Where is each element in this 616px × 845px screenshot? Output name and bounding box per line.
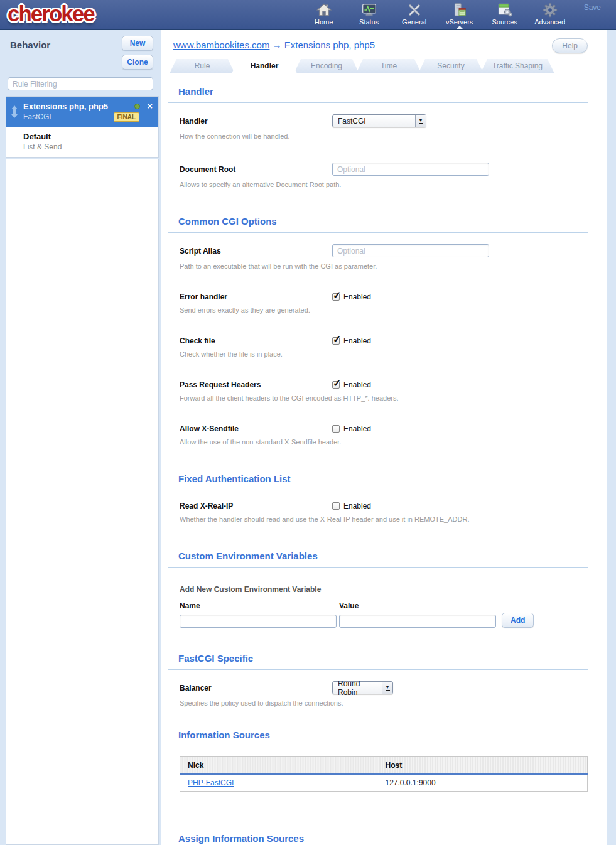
section-divider [168,567,588,568]
nav-item-advanced[interactable]: Advanced [532,1,568,28]
field-document-root: Document Root Allows to specify an alter… [180,163,588,188]
field-label: Error handler [180,293,332,301]
nav-item-general[interactable]: General [396,1,433,28]
checkbox-label: Enabled [343,293,371,301]
save-link[interactable]: Save [584,3,601,12]
section-title-assign-sources: Assign Information Sources [178,833,588,844]
field-help: How the connection will be handled. [180,132,588,140]
check-file-checkbox[interactable] [332,337,340,345]
clone-rule-button[interactable]: Clone [122,55,153,70]
field-error-handler: Error handler Enabled Send errors exactl… [180,293,588,314]
section-title-fixed-auth: Fixed Authentication List [178,473,588,484]
field-script-alias: Script Alias Path to an executable that … [180,244,588,270]
rule-item-default[interactable]: Default List & Send [6,127,158,157]
balancer-select-value: Round Robin [333,682,382,694]
env-value-label: Value [339,601,496,610]
section-title-handler: Handler [178,86,588,97]
env-value-input[interactable] [339,615,496,628]
section-title-common-cgi: Common CGI Options [178,216,588,227]
field-label: Document Root [180,165,332,174]
field-help: Send errors exactly as they are generate… [180,306,588,314]
nav-item-vservers[interactable]: vServers [441,1,478,28]
nav-item-label: Advanced [534,18,565,26]
drag-handle-icon[interactable] [11,105,18,121]
tools-icon [406,1,423,18]
checkbox-label: Enabled [343,336,371,345]
rule-delete-icon[interactable]: × [147,100,153,111]
field-label: Handler [180,117,332,126]
rule-title: Extensions php, php5 [23,102,152,111]
field-help: Whether the handler should read and use … [180,515,588,523]
field-label: Balancer [180,684,332,692]
navbar-separator [576,3,576,21]
status-monitor-icon [361,1,377,18]
field-label: Script Alias [180,247,332,256]
checkbox-label: Enabled [343,424,371,433]
nav-item-label: General [402,18,426,26]
nav-item-label: vServers [446,18,473,26]
nav-item-label: Status [359,18,379,26]
tab-rule[interactable]: Rule [170,59,235,73]
help-button[interactable]: Help [552,38,588,53]
nav-item-label: Sources [492,18,517,26]
rule-enabled-dot[interactable] [134,104,140,109]
section-title-fastcgi: FastCGI Specific [178,653,588,664]
source-nick-link[interactable]: PHP-FastCGI [188,778,234,787]
navbar-items: Home Status General [306,1,572,28]
rule-title: Default [23,132,152,141]
field-read-x-real-ip: Read X-Real-IP Enabled Whether the handl… [180,502,588,523]
field-balancer: Balancer Round Robin ▼ Specifies the pol… [180,681,588,707]
error-handler-checkbox[interactable] [332,293,340,301]
nav-item-home[interactable]: Home [306,1,342,28]
field-label: Pass Request Headers [180,380,332,389]
sidebar-title: Behavior [10,36,50,70]
script-alias-input[interactable] [332,244,489,257]
checkbox-label: Enabled [343,380,371,389]
pass-request-headers-checkbox[interactable] [332,381,340,389]
rule-item-extensions-php[interactable]: Extensions php, php5 FastCGI × FINAL [6,97,158,127]
cherokee-logo[interactable]: cherokee [8,1,94,26]
document-root-input[interactable] [332,163,489,176]
field-help: Allows to specify an alternative Documen… [180,181,588,188]
table-header-host: Host [378,757,588,775]
add-env-button[interactable]: Add [502,613,534,628]
breadcrumb: www.bambookites.com → Extensions php, ph… [173,38,375,50]
section-divider [168,669,588,670]
tab-security[interactable]: Security [418,59,484,73]
sidebar-empty-panel [6,159,159,845]
field-help: Check whether the file is in place. [180,350,588,358]
tab-handler[interactable]: Handler [232,59,297,73]
tab-traffic-shaping[interactable]: Traffic Shaping [480,59,554,73]
vservers-icon [451,1,468,18]
sources-icon [497,1,513,18]
rule-filter-input[interactable] [8,77,153,90]
env-name-input[interactable] [180,615,337,628]
breadcrumb-vserver-link[interactable]: www.bambookites.com [173,40,269,50]
section-divider [168,746,588,746]
tab-time[interactable]: Time [356,59,421,73]
information-sources-table: Nick Host PHP-FastCGI 127.0.0.1:9000 [180,756,588,792]
new-rule-button[interactable]: New [122,36,153,51]
section-title-info-sources: Information Sources [178,729,588,740]
read-x-real-ip-checkbox[interactable] [332,502,340,510]
main-content: www.bambookites.com → Extensions php, ph… [161,30,607,845]
field-label: Read X-Real-IP [180,502,332,510]
tab-encoding[interactable]: Encoding [294,59,359,73]
section-divider [168,102,588,103]
balancer-select[interactable]: Round Robin ▼ [332,681,393,694]
final-badge: FINAL [114,112,139,122]
section-title-custom-env: Custom Environment Variables [178,551,588,561]
rule-handler-type: List & Send [23,143,152,151]
nav-item-status[interactable]: Status [351,1,387,28]
chevron-down-icon: ▼ [382,682,392,694]
breadcrumb-arrow: → [273,40,282,50]
section-divider [168,490,588,490]
rule-tabs: Rule Handler Encoding Time Security Traf… [168,59,588,73]
scrollbar-track[interactable] [607,30,616,845]
checkbox-label: Enabled [343,502,371,510]
nav-item-sources[interactable]: Sources [487,1,523,28]
handler-select[interactable]: FastCGI ▼ [332,114,426,127]
breadcrumb-rule-name: Extensions php, php5 [284,40,375,50]
allow-x-sendfile-checkbox[interactable] [332,425,340,433]
field-help: Forward all the client headers to the CG… [180,394,588,402]
